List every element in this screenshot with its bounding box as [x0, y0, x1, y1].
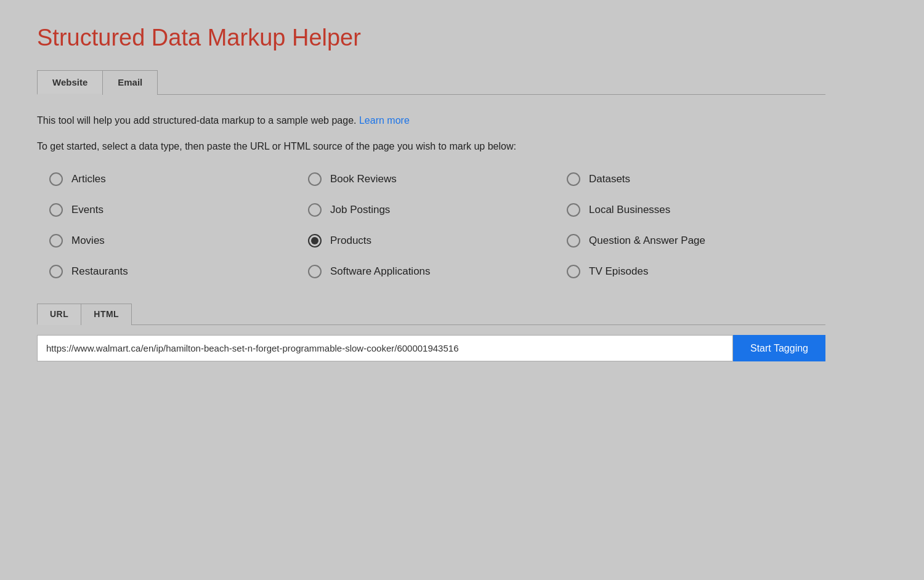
data-type-qa-page[interactable]: Question & Answer Page [567, 234, 825, 248]
main-tabs: Website Email [37, 70, 825, 95]
radio-articles[interactable] [49, 172, 63, 186]
radio-events[interactable] [49, 203, 63, 217]
url-input-row: Start Tagging [37, 335, 825, 361]
data-type-software-applications[interactable]: Software Applications [308, 265, 567, 278]
radio-products[interactable] [308, 234, 322, 248]
radio-job-postings[interactable] [308, 203, 322, 217]
learn-more-link[interactable]: Learn more [359, 115, 410, 126]
radio-restaurants[interactable] [49, 265, 63, 278]
radio-tv-episodes[interactable] [567, 265, 580, 278]
radio-datasets[interactable] [567, 172, 580, 186]
data-type-movies[interactable]: Movies [49, 234, 308, 248]
data-types-grid: Articles Book Reviews Datasets Events Jo… [49, 172, 825, 278]
data-type-label-tv-episodes: TV Episodes [589, 265, 648, 278]
radio-qa-page[interactable] [567, 234, 580, 248]
tab-url[interactable]: URL [37, 304, 81, 325]
data-type-book-reviews[interactable]: Book Reviews [308, 172, 567, 186]
description-1: This tool will help you add structured-d… [37, 113, 825, 128]
radio-local-businesses[interactable] [567, 203, 580, 217]
data-type-restaurants[interactable]: Restaurants [49, 265, 308, 278]
tab-html[interactable]: HTML [81, 304, 132, 325]
data-type-label-local-businesses: Local Businesses [589, 204, 670, 216]
data-type-label-book-reviews: Book Reviews [330, 173, 397, 185]
data-type-tv-episodes[interactable]: TV Episodes [567, 265, 825, 278]
data-type-articles[interactable]: Articles [49, 172, 308, 186]
page-title: Structured Data Markup Helper [37, 25, 825, 51]
data-type-label-job-postings: Job Postings [330, 204, 390, 216]
radio-book-reviews[interactable] [308, 172, 322, 186]
bottom-section: URL HTML Start Tagging [37, 303, 825, 361]
input-tabs: URL HTML [37, 303, 825, 325]
data-type-label-restaurants: Restaurants [71, 265, 128, 278]
data-type-label-articles: Articles [71, 173, 106, 185]
data-type-datasets[interactable]: Datasets [567, 172, 825, 186]
start-tagging-button[interactable]: Start Tagging [733, 335, 825, 361]
url-input[interactable] [37, 335, 733, 361]
data-type-label-events: Events [71, 204, 103, 216]
data-type-job-postings[interactable]: Job Postings [308, 203, 567, 217]
tab-email[interactable]: Email [102, 70, 158, 95]
data-type-events[interactable]: Events [49, 203, 308, 217]
radio-software-applications[interactable] [308, 265, 322, 278]
radio-products-inner [311, 237, 318, 244]
data-type-label-movies: Movies [71, 235, 105, 247]
data-type-label-datasets: Datasets [589, 173, 630, 185]
data-type-label-software-applications: Software Applications [330, 265, 431, 278]
description-2: To get started, select a data type, then… [37, 139, 825, 154]
data-type-products[interactable]: Products [308, 234, 567, 248]
data-type-label-qa-page: Question & Answer Page [589, 235, 705, 247]
data-type-local-businesses[interactable]: Local Businesses [567, 203, 825, 217]
tab-website[interactable]: Website [37, 70, 102, 95]
data-type-label-products: Products [330, 235, 371, 247]
radio-movies[interactable] [49, 234, 63, 248]
